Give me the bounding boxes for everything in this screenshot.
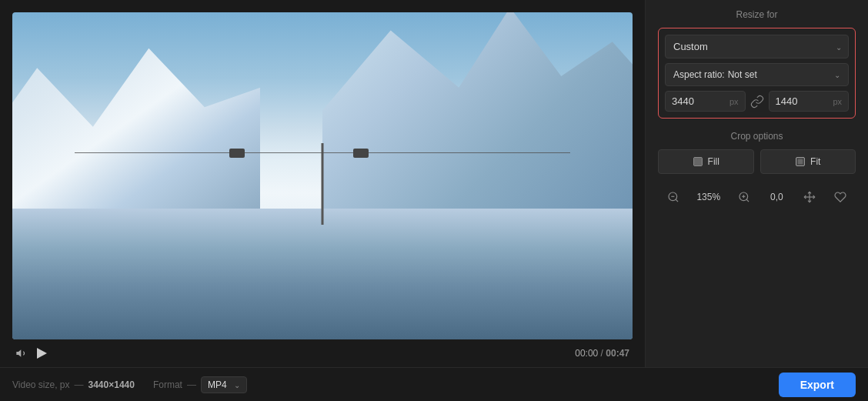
video-size-info: Video size, px — 3440×1440 [12,379,135,390]
zoom-value: 135% [695,192,723,202]
time-display: 00:00 / 00:47 [575,348,629,359]
height-input-wrap[interactable]: px [769,91,850,112]
link-dimensions-icon[interactable] [750,95,764,109]
crop-buttons: Fill Fit [658,149,856,174]
video-panel: 00:00 / 00:47 [0,0,645,367]
aspect-ratio-row[interactable]: Aspect ratio: Not set ⌄ [665,63,849,86]
video-size-label: Video size, px [12,379,70,390]
position-value: 0,0 [765,192,788,202]
fit-label: Fit [810,156,820,167]
svg-line-9 [746,199,749,202]
resize-box: Custom YouTube Instagram Twitter Faceboo… [658,28,856,119]
format-dash: — [187,379,196,390]
video-controls: 00:00 / 00:47 [12,339,633,367]
height-unit: px [833,97,842,106]
width-input-wrap[interactable]: px [665,91,746,112]
svg-line-6 [676,199,678,202]
volume-icon[interactable] [15,347,28,359]
dimensions-row: px px [665,91,849,112]
play-button[interactable] [37,348,47,359]
resize-label: Resize for [658,9,856,20]
fill-label: Fill [708,156,719,167]
svg-rect-4 [798,159,803,165]
reset-button[interactable] [831,188,850,206]
format-select[interactable]: MP4 MOV AVI [202,377,246,393]
preset-select[interactable]: Custom YouTube Instagram Twitter Faceboo… [666,35,848,58]
width-unit: px [729,97,739,106]
video-container [12,12,633,339]
export-button[interactable]: Export [779,373,856,397]
time-current: 00:00 [575,348,598,359]
aspect-ratio-value: Not set [728,69,757,80]
crop-label: Crop options [658,131,856,142]
width-input[interactable] [672,95,726,107]
fill-button[interactable]: Fill [658,149,754,174]
time-separator: / [601,348,603,359]
video-size-value: 3440×1440 [88,379,135,390]
zoom-in-button[interactable] [735,188,753,206]
format-select-wrapper[interactable]: MP4 MOV AVI ⌄ [201,376,247,393]
controls-panel: Resize for Custom YouTube Instagram Twit… [645,0,868,367]
video-thumbnail [12,12,633,339]
aspect-ratio-arrow: ⌄ [834,71,840,79]
aspect-ratio-label: Aspect ratio: [673,69,725,80]
svg-marker-0 [16,349,21,356]
bottom-bar: Video size, px — 3440×1440 Format — MP4 … [0,367,868,401]
svg-rect-2 [693,158,702,166]
time-total: 00:47 [606,348,629,359]
fit-button[interactable]: Fit [760,149,856,174]
format-info: Format — MP4 MOV AVI ⌄ [153,376,247,393]
height-input[interactable] [776,95,830,107]
zoom-out-button[interactable] [664,188,683,206]
crop-tools: 135% 0,0 [658,183,856,211]
size-dash: — [75,379,84,390]
move-icon[interactable] [800,188,819,206]
preset-select-wrapper[interactable]: Custom YouTube Instagram Twitter Faceboo… [665,35,849,58]
format-label: Format [153,379,182,390]
